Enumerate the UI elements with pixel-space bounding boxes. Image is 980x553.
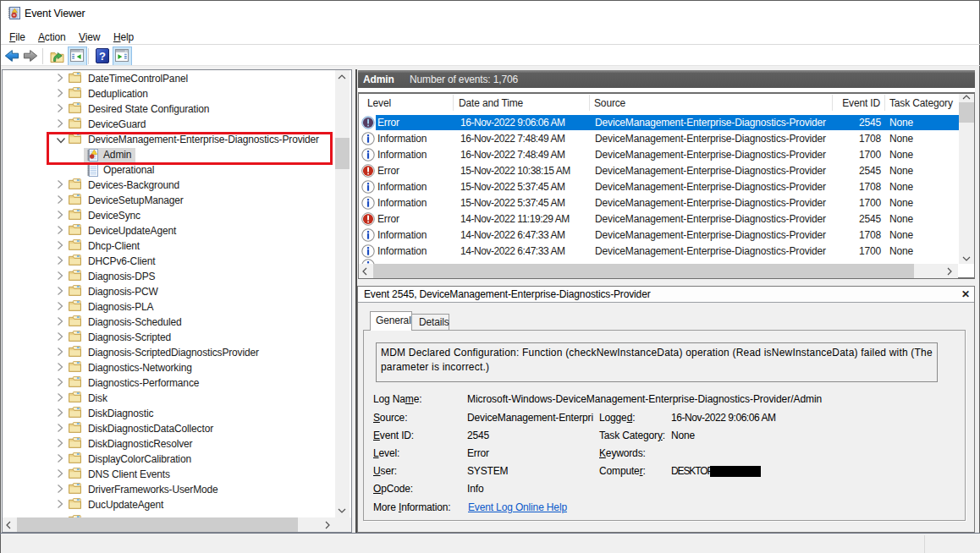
svg-text:?: ?	[99, 50, 106, 63]
